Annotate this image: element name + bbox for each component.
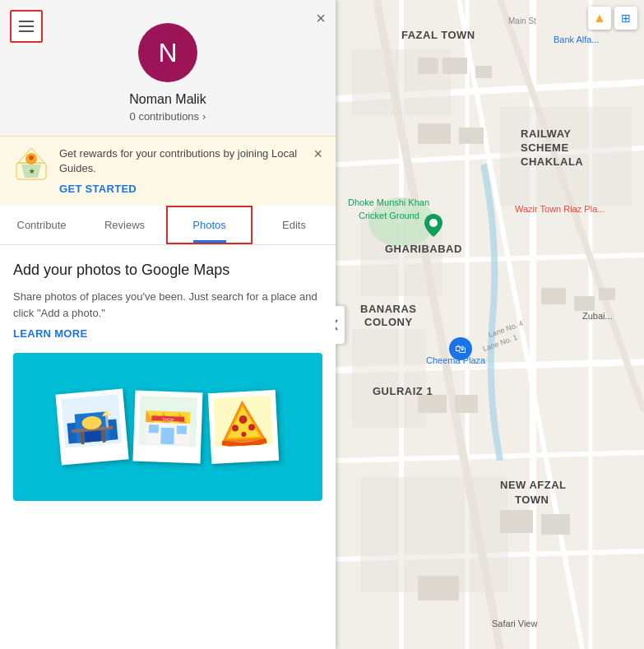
left-panel: × N Noman Malik 0 contributions › ★ — [0, 0, 336, 649]
dhoke-pin — [424, 214, 442, 240]
svg-rect-60 — [459, 127, 484, 144]
svg-rect-58 — [475, 66, 492, 78]
contributions-link[interactable]: 0 contributions › — [130, 110, 206, 123]
svg-rect-54 — [352, 329, 426, 428]
map-label-town: TOWN — [515, 494, 549, 506]
tab-contribute[interactable]: Contribute — [0, 206, 83, 244]
cheema-pin: 🛍 — [449, 337, 472, 364]
map-label-chaklala: CHAKLALA — [521, 155, 583, 168]
svg-rect-56 — [418, 58, 438, 74]
map-background: FAZAL TOWN Main St Bank Alfa... RAILWAY … — [336, 0, 644, 649]
map-layers-icon[interactable]: ⊞ — [614, 7, 637, 30]
svg-rect-24 — [160, 428, 174, 445]
svg-rect-68 — [541, 514, 570, 535]
map-label-main-st: Main St — [508, 16, 536, 25]
map-container[interactable]: FAZAL TOWN Main St Bank Alfa... RAILWAY … — [336, 0, 644, 649]
local-guides-banner: ★ Get rewards for your contributions by … — [0, 136, 336, 206]
profile-section: N Noman Malik 0 contributions › — [13, 10, 322, 136]
map-label-bank-alfa: Bank Alfa... — [554, 35, 600, 44]
svg-rect-55 — [360, 477, 508, 592]
svg-rect-67 — [500, 510, 533, 533]
photo-polaroid-1 — [55, 389, 128, 466]
svg-rect-57 — [442, 58, 467, 74]
hamburger-icon — [19, 21, 34, 32]
svg-rect-59 — [418, 123, 451, 144]
svg-text:SHOP: SHOP — [162, 417, 174, 423]
svg-rect-64 — [599, 288, 615, 300]
menu-button[interactable] — [10, 10, 43, 43]
tab-photos[interactable]: Photos — [166, 206, 253, 244]
svg-rect-25 — [149, 425, 159, 433]
map-label-new-afzal: NEW AFZAL — [500, 479, 567, 491]
banner-text: Get rewards for your contributions by jo… — [59, 146, 303, 196]
svg-point-3 — [29, 155, 34, 160]
tabs-bar: Contribute Reviews Photos Edits — [0, 206, 336, 245]
map-label-fazal-town: FAZAL TOWN — [401, 29, 475, 41]
tab-reviews[interactable]: Reviews — [83, 206, 166, 244]
tab-edits[interactable]: Edits — [253, 206, 336, 244]
content-heading: Add your photos to Google Maps — [13, 262, 322, 279]
svg-rect-26 — [177, 426, 187, 434]
svg-text:★: ★ — [29, 168, 35, 175]
map-label-zubai: Zubai... — [582, 311, 613, 321]
map-top-icons: ▲ ⊞ — [588, 7, 637, 30]
user-name: Noman Malik — [129, 92, 206, 107]
map-label-gulraiz: GULRAIZ 1 — [373, 385, 433, 397]
banner-close-button[interactable]: × — [313, 146, 322, 161]
svg-point-70 — [429, 219, 438, 227]
svg-rect-62 — [541, 288, 566, 304]
get-started-link[interactable]: GET STARTED — [59, 183, 137, 195]
svg-rect-65 — [418, 395, 447, 413]
header: × N Noman Malik 0 contributions › — [0, 0, 336, 136]
photo-polaroid-2: SHOP — [133, 391, 203, 464]
photo-illustration: SHOP — [13, 353, 322, 501]
svg-rect-69 — [418, 576, 459, 600]
collapse-panel-button[interactable] — [336, 305, 345, 345]
local-guides-icon: ★ — [13, 146, 49, 183]
content-description: Share photos of places you've been. Just… — [13, 289, 322, 321]
photo-polaroid-3 — [208, 390, 279, 464]
map-label-scheme: SCHEME — [521, 141, 569, 154]
map-location-icon[interactable]: ▲ — [588, 7, 611, 30]
map-label-safari: Safari View — [492, 619, 537, 628]
svg-text:🛍: 🛍 — [455, 342, 466, 355]
banner-message: Get rewards for your contributions by jo… — [59, 146, 303, 176]
tab-content: Add your photos to Google Maps Share pho… — [0, 245, 336, 649]
learn-more-link[interactable]: LEARN MORE — [13, 327, 322, 340]
map-label-banaras: BANARAS — [360, 303, 417, 315]
map-label-dhoke-1: Dhoke Munshi Khan — [348, 197, 429, 207]
map-label-gharibabad: GHARIBABAD — [385, 243, 462, 255]
map-label-wazir: Wazir Town Riaz Pla... — [515, 204, 605, 214]
map-label-railway: RAILWAY — [521, 127, 572, 140]
map-label-dhoke-2: Cricket Ground — [359, 211, 419, 220]
close-button[interactable]: × — [316, 10, 326, 26]
map-label-colony: COLONY — [364, 316, 413, 328]
avatar: N — [138, 23, 197, 82]
svg-rect-63 — [574, 296, 595, 311]
svg-rect-66 — [455, 395, 478, 413]
